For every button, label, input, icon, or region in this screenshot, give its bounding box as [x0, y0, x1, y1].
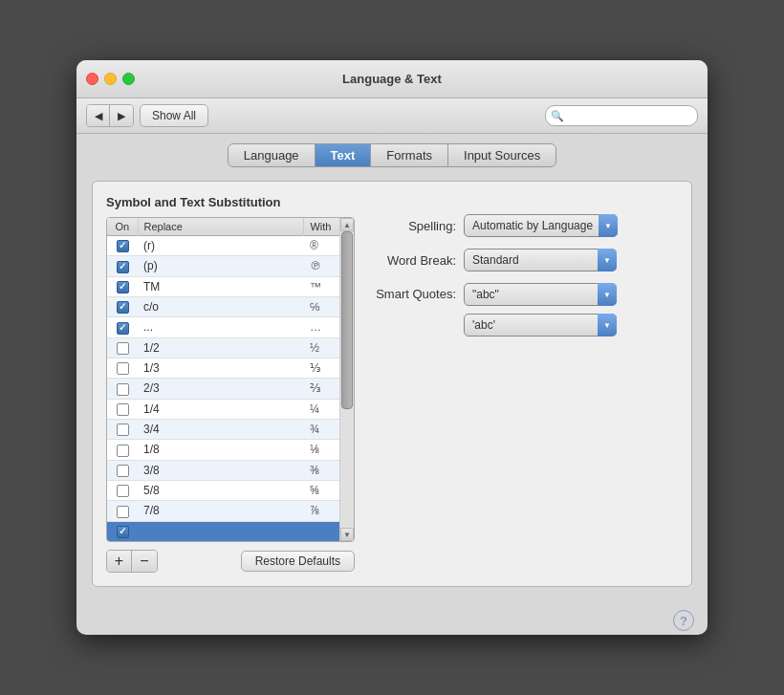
row-checkbox-cell[interactable]	[107, 419, 138, 439]
scrollbar-thumb[interactable]	[341, 231, 353, 409]
row-with: ℗	[304, 256, 339, 276]
smart-quotes-single-wrapper: 'abc'	[464, 314, 617, 337]
add-button[interactable]: +	[107, 551, 132, 572]
tab-language[interactable]: Language	[229, 144, 316, 166]
row-checkbox-cell[interactable]	[107, 379, 138, 399]
table-row[interactable]: 1/2½	[107, 337, 339, 358]
row-checkbox[interactable]	[117, 322, 129, 335]
table-row[interactable]: 1/4¼	[107, 399, 339, 419]
tab-input-sources[interactable]: Input Sources	[448, 144, 555, 166]
row-checkbox-cell[interactable]	[107, 460, 138, 480]
scrollbar-up[interactable]: ▲	[340, 218, 354, 231]
row-checkbox[interactable]	[117, 342, 129, 355]
row-with: ¼	[304, 399, 339, 419]
row-with: ™	[304, 276, 339, 296]
new-row-checkbox[interactable]	[117, 526, 129, 538]
row-with: ℅	[304, 296, 339, 316]
spelling-select[interactable]: Automatic by Language English French Ger…	[464, 214, 618, 237]
row-checkbox[interactable]	[117, 362, 129, 375]
row-checkbox-cell[interactable]	[107, 256, 138, 276]
scrollbar[interactable]: ▲ ▼	[339, 218, 354, 541]
table-row[interactable]: 1/8⅛	[107, 440, 339, 460]
table-row[interactable]: c/o℅	[107, 296, 339, 316]
row-checkbox[interactable]	[117, 383, 129, 396]
row-checkbox-cell[interactable]	[107, 480, 138, 500]
row-checkbox-cell[interactable]	[107, 236, 138, 256]
row-checkbox[interactable]	[117, 445, 129, 457]
row-checkbox[interactable]	[117, 465, 129, 477]
search-box: 🔍	[545, 105, 698, 126]
row-checkbox[interactable]	[117, 403, 129, 416]
back-button[interactable]: ◀	[87, 105, 110, 126]
row-replace: TM	[138, 276, 304, 296]
row-replace: 5/8	[138, 480, 304, 500]
row-checkbox-cell[interactable]	[107, 296, 138, 316]
tab-text[interactable]: Text	[316, 144, 372, 166]
smart-quotes-double-select[interactable]: "abc"	[464, 283, 617, 306]
table-row[interactable]: (r)®	[107, 236, 339, 256]
table-scroll[interactable]: On Replace With (r)®(p)℗TM™c/o℅...…1/2½1…	[107, 218, 339, 541]
scrollbar-down[interactable]: ▼	[340, 528, 354, 541]
row-replace: ...	[138, 317, 304, 337]
row-checkbox-cell[interactable]	[107, 399, 138, 419]
row-checkbox[interactable]	[117, 281, 129, 293]
row-checkbox[interactable]	[117, 240, 129, 252]
section-title: Symbol and Text Substitution	[106, 195, 355, 209]
col-replace: Replace	[138, 218, 304, 236]
spelling-label: Spelling:	[370, 219, 456, 233]
row-checkbox[interactable]	[117, 485, 129, 497]
row-with: ⅓	[304, 358, 339, 378]
content-area: Language Text Formats Input Sources Symb…	[76, 134, 708, 602]
table-row[interactable]: TM™	[107, 276, 339, 296]
row-checkbox-cell[interactable]	[107, 501, 138, 521]
table-new-row[interactable]	[107, 521, 339, 541]
table-row[interactable]: 1/3⅓	[107, 358, 339, 378]
table-row[interactable]: 2/3⅔	[107, 379, 339, 399]
table-row[interactable]: 7/8⅞	[107, 501, 339, 521]
row-checkbox[interactable]	[117, 261, 129, 273]
minimize-button[interactable]	[104, 73, 117, 85]
new-row-replace[interactable]	[138, 521, 304, 541]
row-checkbox-cell[interactable]	[107, 317, 138, 337]
tab-formats[interactable]: Formats	[371, 144, 448, 166]
help-button[interactable]: ?	[673, 610, 694, 631]
remove-button[interactable]: −	[132, 551, 157, 572]
table-row[interactable]: 5/8⅝	[107, 480, 339, 500]
row-checkbox-cell[interactable]	[107, 440, 138, 460]
row-checkbox-cell[interactable]	[107, 276, 138, 296]
forward-button[interactable]: ▶	[110, 105, 133, 126]
maximize-button[interactable]	[122, 73, 135, 85]
window-title: Language & Text	[342, 72, 442, 86]
scrollbar-thumb-area	[340, 231, 354, 528]
row-checkbox[interactable]	[117, 301, 129, 314]
word-break-label: Word Break:	[370, 253, 456, 268]
row-with: ⅔	[304, 379, 339, 399]
table-row[interactable]: ...…	[107, 317, 339, 337]
row-checkbox[interactable]	[117, 424, 129, 436]
row-checkbox[interactable]	[117, 506, 129, 518]
row-checkbox-cell[interactable]	[107, 337, 138, 358]
row-with: ½	[304, 337, 339, 358]
left-panel: Symbol and Text Substitution On Replace …	[106, 195, 355, 573]
smart-quotes-label: Smart Quotes:	[370, 283, 456, 301]
table-row[interactable]: 3/8⅜	[107, 460, 339, 480]
table-row[interactable]: (p)℗	[107, 256, 339, 276]
restore-defaults-button[interactable]: Restore Defaults	[241, 551, 355, 572]
right-panel: Spelling: Automatic by Language English …	[370, 195, 678, 573]
search-input[interactable]	[545, 105, 698, 126]
row-checkbox-cell[interactable]	[107, 358, 138, 378]
word-break-select[interactable]: Standard	[464, 249, 617, 271]
smart-quotes-single-select[interactable]: 'abc'	[464, 314, 617, 337]
traffic-lights	[86, 73, 135, 85]
table-row[interactable]: 3/4¾	[107, 419, 339, 439]
row-with: ⅞	[304, 501, 339, 521]
close-button[interactable]	[86, 73, 98, 85]
new-row-checkbox-cell[interactable]	[107, 521, 138, 541]
row-with: ®	[304, 236, 339, 256]
row-replace: 1/8	[138, 440, 304, 460]
row-replace: 1/4	[138, 399, 304, 419]
smart-quotes-double-wrapper: "abc"	[464, 283, 617, 306]
row-replace: 2/3	[138, 379, 304, 399]
show-all-button[interactable]: Show All	[140, 104, 208, 127]
new-row-replace-input[interactable]	[143, 525, 298, 538]
